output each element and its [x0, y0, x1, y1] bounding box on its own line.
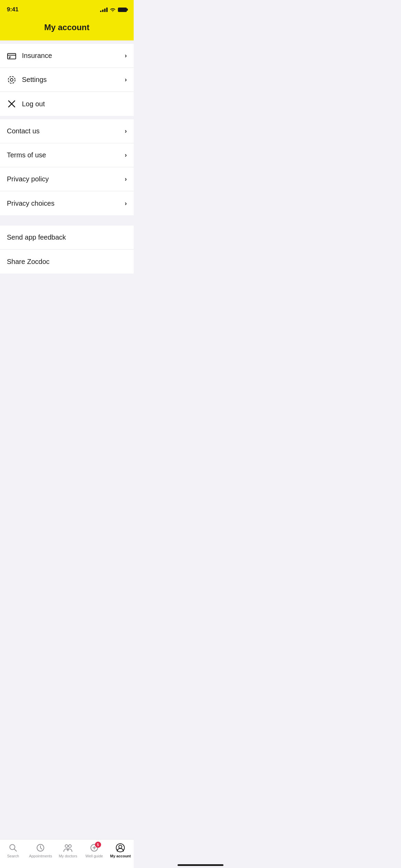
- section-separator-2: [0, 116, 134, 119]
- privacy-policy-chevron: ›: [125, 176, 127, 183]
- settings-icon: [7, 75, 16, 85]
- terms-of-use-chevron: ›: [125, 152, 127, 159]
- page-header: My account: [0, 17, 134, 40]
- section-separator-1: [0, 40, 134, 44]
- contact-us-chevron: ›: [125, 128, 127, 135]
- send-feedback-menu-item[interactable]: Send app feedback: [0, 226, 134, 250]
- privacy-choices-label: Privacy choices: [7, 200, 54, 207]
- contact-us-menu-item[interactable]: Contact us ›: [0, 119, 134, 143]
- share-zocdoc-label: Share Zocdoc: [7, 258, 50, 266]
- insurance-icon: [7, 51, 16, 61]
- battery-icon: [118, 8, 127, 12]
- close-icon: [7, 99, 16, 109]
- menu-section-1: Insurance › Settings ›: [0, 44, 134, 116]
- settings-menu-item[interactable]: Settings ›: [0, 68, 134, 92]
- svg-rect-0: [8, 53, 16, 59]
- wifi-icon: [110, 7, 116, 12]
- signal-bars-icon: [100, 8, 108, 12]
- settings-label: Settings: [22, 76, 47, 84]
- section-separator-3: [0, 215, 134, 226]
- share-zocdoc-menu-item[interactable]: Share Zocdoc: [0, 250, 134, 274]
- settings-chevron: ›: [125, 76, 127, 83]
- insurance-chevron: ›: [125, 52, 127, 59]
- logout-label: Log out: [22, 100, 45, 108]
- privacy-policy-label: Privacy policy: [7, 175, 49, 183]
- menu-section-2: Contact us › Terms of use › Privacy poli…: [0, 119, 134, 215]
- page-title: My account: [7, 23, 127, 32]
- privacy-policy-menu-item[interactable]: Privacy policy ›: [0, 167, 134, 191]
- logout-menu-item[interactable]: Log out: [0, 92, 134, 116]
- status-bar: 9:41: [0, 0, 134, 17]
- privacy-choices-chevron: ›: [125, 200, 127, 207]
- terms-of-use-menu-item[interactable]: Terms of use ›: [0, 143, 134, 167]
- insurance-menu-item[interactable]: Insurance ›: [0, 44, 134, 68]
- menu-section-3: Send app feedback Share Zocdoc: [0, 226, 134, 274]
- svg-point-4: [10, 79, 13, 81]
- privacy-choices-menu-item[interactable]: Privacy choices ›: [0, 191, 134, 215]
- terms-of-use-label: Terms of use: [7, 151, 46, 159]
- status-time: 9:41: [7, 6, 19, 13]
- insurance-label: Insurance: [22, 52, 52, 60]
- status-icons: [100, 7, 127, 12]
- send-feedback-label: Send app feedback: [7, 233, 66, 241]
- svg-point-5: [8, 76, 15, 83]
- contact-us-label: Contact us: [7, 127, 40, 135]
